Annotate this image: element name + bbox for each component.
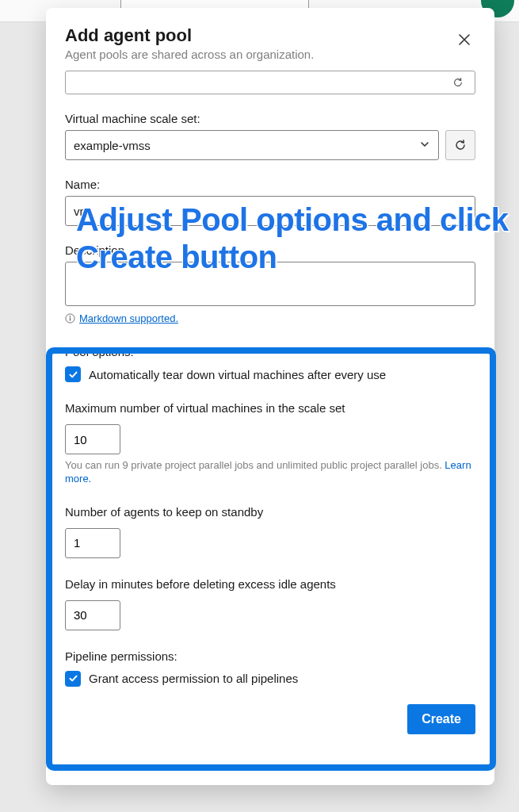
max-vm-group: Maximum number of virtual machines in th…	[65, 401, 475, 486]
close-button[interactable]	[453, 29, 475, 51]
checkmark-icon	[68, 673, 78, 684]
chevron-down-icon	[419, 139, 430, 152]
standby-label: Number of agents to keep on standby	[65, 505, 475, 519]
pipeline-permissions-label: Pipeline permissions:	[65, 649, 475, 663]
refresh-icon	[449, 74, 467, 91]
close-icon	[458, 33, 471, 46]
max-vm-help-span: You can run 9 private project parallel j…	[65, 459, 445, 471]
grant-access-checkbox-label: Grant access permission to all pipelines	[89, 672, 298, 685]
dialog-footer: Create	[65, 704, 475, 734]
vmss-label: Virtual machine scale set:	[65, 112, 475, 125]
vmss-field-group: Virtual machine scale set: example-vmss	[65, 112, 475, 160]
description-label: Description	[65, 243, 475, 257]
previous-field-partial[interactable]	[65, 71, 475, 94]
vmss-select[interactable]: example-vmss	[65, 130, 439, 160]
dialog-title: Add agent pool	[65, 25, 475, 46]
name-label: Name:	[65, 178, 475, 191]
idle-delay-input[interactable]	[65, 600, 120, 630]
idle-delay-group: Delay in minutes before deleting excess …	[65, 577, 475, 630]
markdown-supported-link[interactable]: Markdown supported.	[79, 312, 178, 324]
name-field-group: Name:	[65, 178, 475, 226]
teardown-checkbox[interactable]	[65, 366, 81, 382]
max-vm-input[interactable]	[65, 424, 120, 454]
create-button[interactable]: Create	[407, 704, 475, 734]
name-input[interactable]	[65, 196, 475, 226]
add-agent-pool-dialog: Add agent pool Agent pools are shared ac…	[46, 8, 494, 785]
description-textarea[interactable]	[65, 262, 475, 306]
info-icon	[65, 313, 75, 324]
svg-rect-2	[70, 317, 71, 320]
dialog-subtitle: Agent pools are shared across an organiz…	[65, 48, 475, 61]
description-field-group: Description Markdown supported.	[65, 243, 475, 324]
pool-options-label: Pool options:	[65, 345, 475, 358]
idle-delay-label: Delay in minutes before deleting excess …	[65, 577, 475, 591]
vmss-selected-value: example-vmss	[74, 139, 151, 152]
vmss-refresh-button[interactable]	[445, 130, 475, 160]
pool-options-section: Pool options: Automatically tear down vi…	[65, 345, 475, 734]
standby-group: Number of agents to keep on standby	[65, 505, 475, 558]
refresh-icon	[454, 139, 467, 151]
standby-input[interactable]	[65, 528, 120, 558]
grant-access-checkbox[interactable]	[65, 671, 81, 687]
svg-point-1	[70, 316, 71, 317]
pipeline-permissions-section: Pipeline permissions: Grant access permi…	[65, 649, 475, 687]
max-vm-label: Maximum number of virtual machines in th…	[65, 401, 475, 415]
dialog-header: Add agent pool Agent pools are shared ac…	[65, 25, 475, 61]
checkmark-icon	[68, 370, 78, 380]
max-vm-help-text: You can run 9 private project parallel j…	[65, 459, 475, 486]
markdown-supported-note: Markdown supported.	[65, 312, 475, 324]
teardown-checkbox-label: Automatically tear down virtual machines…	[89, 368, 386, 381]
